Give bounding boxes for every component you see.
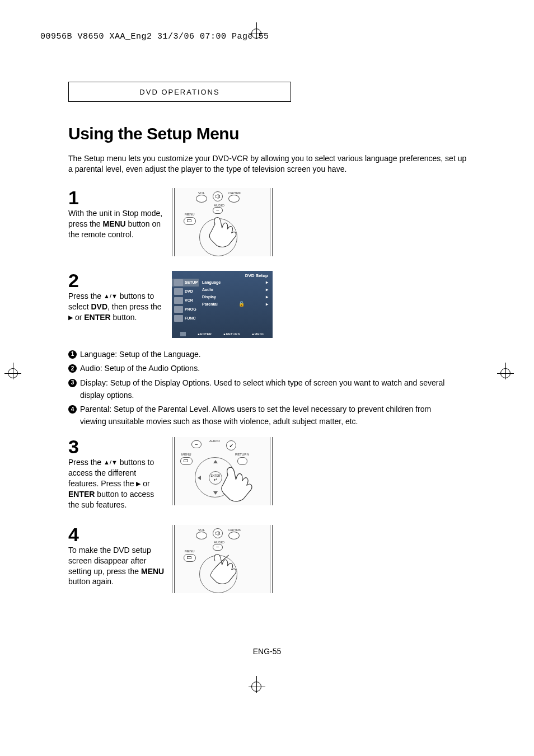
disc-icon xyxy=(174,288,183,295)
osd-side-0: SETUP xyxy=(185,280,198,284)
step-4-t2: button again. xyxy=(68,577,114,586)
bullet-num-1: 1 xyxy=(68,350,77,359)
step-2-number: 2 xyxy=(68,271,166,290)
step-4-t1: To make the DVD setup screen disappear a… xyxy=(68,546,151,576)
step-1: 1 With the unit in Stop mode, press the … xyxy=(68,188,469,256)
bullet-list: 1Language: Setup of the Language. 2Audio… xyxy=(68,349,469,428)
step-3-b1: ENTER xyxy=(68,490,95,499)
arrow-icon: ▸ xyxy=(266,302,268,307)
minus-button: − xyxy=(191,440,202,448)
remote-illustration-1: VOL CH/TRK AUDIO − MENU xyxy=(172,188,273,256)
bullet-4-cont: viewing unsuitable movies such as those … xyxy=(68,416,469,428)
chtrk-label: CH/TRK xyxy=(228,528,241,532)
step-3-t3: or xyxy=(140,479,149,488)
bullet-3-cont: display options. xyxy=(68,390,469,401)
audio-label: AUDIO xyxy=(209,439,220,443)
osd-row-audio: Audio▸ xyxy=(201,286,269,293)
chtrk-label: CH/TRK xyxy=(228,191,241,195)
step-2-t3: , then press the xyxy=(107,302,162,311)
osd-side-4: FUNC xyxy=(185,316,195,320)
bullet-1-text: Language: Setup of the Language. xyxy=(80,349,469,360)
mute-button xyxy=(213,528,223,538)
vol-button xyxy=(196,532,207,539)
osd-side-dvd: DVD xyxy=(172,288,199,295)
chtrk-button xyxy=(228,532,240,539)
step-2-t5: button. xyxy=(111,313,137,322)
step-3-number: 3 xyxy=(68,437,166,456)
osd-side-2: VCR xyxy=(185,298,193,302)
chtrk-button xyxy=(228,195,240,203)
crop-circle xyxy=(251,682,261,692)
bullet-3: 3Display: Setup of the Display Options. … xyxy=(68,378,469,389)
arrow-icon: ▸ xyxy=(266,280,268,285)
bullet-2: 2Audio: Setup of the Audio Options. xyxy=(68,363,469,374)
step-2-b1: DVD xyxy=(91,302,107,311)
func-icon xyxy=(174,315,183,322)
remote-illustration-4: VOL CH/TRK AUDIO − MENU xyxy=(172,525,273,593)
step-4-number: 4 xyxy=(68,525,166,544)
step-3-text: 3 Press the ▲/▼ buttons to access the di… xyxy=(68,437,172,510)
gear-icon xyxy=(180,332,186,336)
bullet-num-3: 3 xyxy=(68,379,77,387)
osd-side-func: FUNC xyxy=(172,314,199,322)
right-icon: ▶ xyxy=(68,313,73,322)
step-4: 4 To make the DVD setup screen disappear… xyxy=(68,525,469,593)
osd-row-parental: Parental🔓▸ xyxy=(201,300,269,308)
lock-icon: 🔓 xyxy=(238,301,245,307)
osd-side-1: DVD xyxy=(185,289,193,293)
osd-side-vcr: VCR xyxy=(172,297,199,304)
osd-row-display: Display▸ xyxy=(201,293,269,300)
up-down-icon: ▲/▼ xyxy=(104,292,118,300)
bullet-2-text: Audio: Setup of the Audio Options. xyxy=(80,363,469,374)
check-button: ✓ xyxy=(226,440,236,450)
hand-icon xyxy=(203,547,242,586)
osd-side-setup: SETUP xyxy=(172,279,199,287)
return-label: RETURN xyxy=(235,453,249,456)
step-4-b1: MENU xyxy=(141,567,164,576)
osd-f1: RETURN xyxy=(223,332,240,336)
intro-text: The Setup menu lets you customize your D… xyxy=(68,153,469,175)
tape-icon xyxy=(174,297,183,304)
bullet-num-4: 4 xyxy=(68,405,77,414)
menu-label: MENU xyxy=(181,453,191,456)
bullet-4: 4Parental: Setup of the Parental Level. … xyxy=(68,404,469,415)
up-down-icon: ▲/▼ xyxy=(104,458,118,467)
osd-f2: MENU xyxy=(252,332,264,336)
left-arrow-icon xyxy=(198,476,201,480)
osd-sidebar: SETUP DVD VCR PROG FUNC xyxy=(172,279,199,323)
gear-icon xyxy=(174,279,183,286)
step-2-t4: or xyxy=(73,313,84,322)
hand-icon xyxy=(214,459,259,504)
osd-title: DVD Setup xyxy=(245,273,268,278)
page-number: ENG-55 xyxy=(0,647,534,656)
section-banner: DVD OPERATIONS xyxy=(68,82,291,102)
hand-icon xyxy=(203,210,242,250)
vol-button xyxy=(196,195,207,203)
menu-label: MENU xyxy=(185,550,195,553)
osd-r3: Parental xyxy=(202,302,218,306)
osd-footer: ENTER RETURN MENU xyxy=(172,332,273,336)
vol-label: VOL xyxy=(198,191,205,195)
step-3: 3 Press the ▲/▼ buttons to access the di… xyxy=(68,437,469,510)
menu-label: MENU xyxy=(185,213,195,216)
osd-f0: ENTER xyxy=(198,332,212,336)
step-2-b2: ENTER xyxy=(84,313,110,322)
osd-screenshot: DVD Setup SETUP DVD VCR PROG FUNC Langua… xyxy=(172,271,273,338)
crop-circle xyxy=(8,368,18,378)
audio-label: AUDIO xyxy=(214,204,224,207)
menu-button xyxy=(180,457,193,465)
bullet-3-text: Display: Setup of the Display Options. U… xyxy=(80,378,469,389)
osd-side-3: PROG xyxy=(185,307,196,311)
bullet-1: 1Language: Setup of the Language. xyxy=(68,349,469,360)
arrow-icon: ▸ xyxy=(266,294,268,299)
menu-button xyxy=(184,554,196,562)
step-4-text: 4 To make the DVD setup screen disappear… xyxy=(68,525,172,588)
osd-r1: Audio xyxy=(202,288,213,292)
menu-button xyxy=(184,217,196,225)
step-2: 2 Press the ▲/▼ buttons to select DVD, t… xyxy=(68,271,469,338)
osd-r2: Display xyxy=(202,295,216,299)
step-1-b1: MENU xyxy=(102,219,125,228)
step-2-t1: Press the xyxy=(68,292,104,300)
content-area: Using the Setup Menu The Setup menu lets… xyxy=(68,124,469,608)
step-2-text: 2 Press the ▲/▼ buttons to select DVD, t… xyxy=(68,271,172,323)
